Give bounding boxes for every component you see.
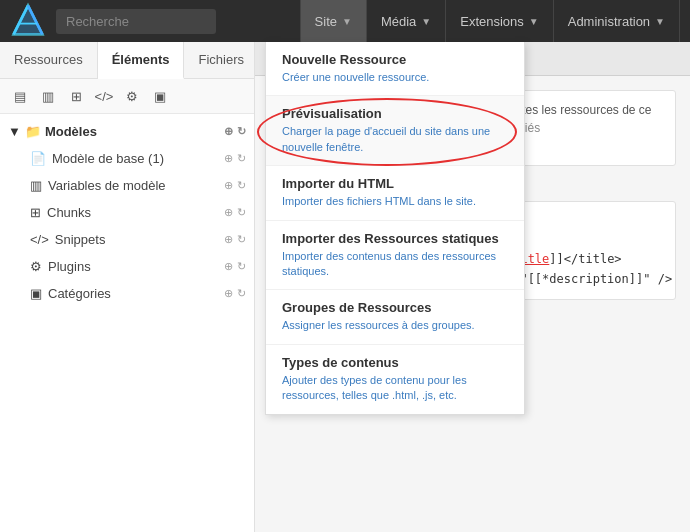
add-icon[interactable]: ⊕: [224, 260, 233, 273]
folder-icon[interactable]: ▣: [148, 85, 172, 107]
folder-icon: 📁: [25, 124, 41, 139]
chunk-icon: ⊞: [30, 205, 41, 220]
refresh-icon[interactable]: ↻: [237, 179, 246, 192]
menu-item-title: Prévisualisation: [282, 106, 508, 121]
chevron-down-icon: ▼: [421, 16, 431, 27]
file-icon: 📄: [30, 151, 46, 166]
refresh-icon[interactable]: ↻: [237, 233, 246, 246]
menu-item-title: Importer des Ressources statiques: [282, 231, 508, 246]
tree-item-snippets[interactable]: </> Snippets ⊕ ↻: [0, 226, 254, 253]
add-icon[interactable]: ⊕: [224, 152, 233, 165]
tab-fichiers[interactable]: Fichiers: [184, 42, 259, 78]
search-input[interactable]: [56, 9, 216, 34]
add-icon[interactable]: ⊕: [224, 125, 233, 138]
svg-marker-1: [14, 5, 43, 34]
sidebar-tree: ▼ 📁 Modèles ⊕ ↻ 📄 Modèle de base (1) ⊕ ↻: [0, 114, 254, 532]
nav-item-site[interactable]: Site ▼: [300, 0, 367, 42]
sidebar-tabs: Ressources Éléments Fichiers: [0, 42, 254, 79]
menu-item-title: Types de contenus: [282, 355, 508, 370]
sidebar-icon-toolbar: ▤ ▥ ⊞ </> ⚙ ▣: [0, 79, 254, 114]
triangle-icon: ▼: [8, 124, 21, 139]
nav-items: Site ▼ Média ▼ Extensions ▼ Administrati…: [300, 0, 680, 42]
menu-item-title: Groupes de Ressources: [282, 300, 508, 315]
refresh-icon[interactable]: ↻: [237, 152, 246, 165]
tree-item-plugins[interactable]: ⚙ Plugins ⊕ ↻: [0, 253, 254, 280]
nav-item-media[interactable]: Média ▼: [367, 0, 446, 42]
add-icon[interactable]: ⊕: [224, 206, 233, 219]
template-icon: ▥: [30, 178, 42, 193]
tab-ressources[interactable]: Ressources: [0, 42, 98, 78]
menu-item-title: Nouvelle Ressource: [282, 52, 508, 67]
menu-item-desc: Charger la page d'accueil du site dans u…: [282, 124, 508, 155]
menu-item-desc: Créer une nouvelle ressource.: [282, 70, 508, 85]
add-icon[interactable]: ⊕: [224, 233, 233, 246]
logo: [10, 2, 56, 41]
refresh-icon[interactable]: ↻: [237, 260, 246, 273]
menu-item-importer-statiques[interactable]: Importer des Ressources statiques Import…: [266, 221, 524, 291]
add-icon[interactable]: ⊕: [224, 287, 233, 300]
view-tiles-icon[interactable]: ⊞: [64, 85, 88, 107]
tree-item-variables-modele[interactable]: ▥ Variables de modèle ⊕ ↻: [0, 172, 254, 199]
nav-item-extensions[interactable]: Extensions ▼: [446, 0, 554, 42]
view-list-icon[interactable]: ▤: [8, 85, 32, 107]
sidebar: Ressources Éléments Fichiers ▤ ▥ ⊞ </> ⚙…: [0, 42, 255, 532]
snippet-icon: </>: [30, 232, 49, 247]
add-icon[interactable]: ⊕: [224, 179, 233, 192]
view-grid-icon[interactable]: ▥: [36, 85, 60, 107]
menu-item-types-contenus[interactable]: Types de contenus Ajouter des types de c…: [266, 345, 524, 414]
menu-item-previsualisation[interactable]: Prévisualisation Charger la page d'accue…: [266, 96, 524, 166]
chevron-down-icon: ▼: [342, 16, 352, 27]
tree-item-chunks[interactable]: ⊞ Chunks ⊕ ↻: [0, 199, 254, 226]
site-dropdown-menu: Nouvelle Ressource Créer une nouvelle re…: [265, 42, 525, 415]
top-navigation: Site ▼ Média ▼ Extensions ▼ Administrati…: [0, 0, 690, 42]
menu-item-desc: Ajouter des types de contenu pour les re…: [282, 373, 508, 404]
refresh-icon[interactable]: ↻: [237, 287, 246, 300]
menu-item-importer-html[interactable]: Importer du HTML Importer des fichiers H…: [266, 166, 524, 220]
menu-item-desc: Importer des contenus dans des ressource…: [282, 249, 508, 280]
chevron-down-icon: ▼: [529, 16, 539, 27]
settings-icon[interactable]: ⚙: [120, 85, 144, 107]
tree-item-categories[interactable]: ▣ Catégories ⊕ ↻: [0, 280, 254, 307]
plugin-icon: ⚙: [30, 259, 42, 274]
chevron-down-icon: ▼: [655, 16, 665, 27]
tree-section-modeles[interactable]: ▼ 📁 Modèles ⊕ ↻: [0, 118, 254, 145]
menu-item-groupes-ressources[interactable]: Groupes de Ressources Assigner les resso…: [266, 290, 524, 344]
refresh-icon[interactable]: ↻: [237, 125, 246, 138]
menu-item-desc: Assigner les ressources à des groupes.: [282, 318, 508, 333]
menu-item-title: Importer du HTML: [282, 176, 508, 191]
category-icon: ▣: [30, 286, 42, 301]
tab-elements[interactable]: Éléments: [98, 42, 185, 79]
refresh-icon[interactable]: ↻: [237, 206, 246, 219]
nav-item-administration[interactable]: Administration ▼: [554, 0, 680, 42]
tree-item-modele-base[interactable]: 📄 Modèle de base (1) ⊕ ↻: [0, 145, 254, 172]
code-icon[interactable]: </>: [92, 85, 116, 107]
menu-item-nouvelle-ressource[interactable]: Nouvelle Ressource Créer une nouvelle re…: [266, 42, 524, 96]
menu-item-desc: Importer des fichiers HTML dans le site.: [282, 194, 508, 209]
